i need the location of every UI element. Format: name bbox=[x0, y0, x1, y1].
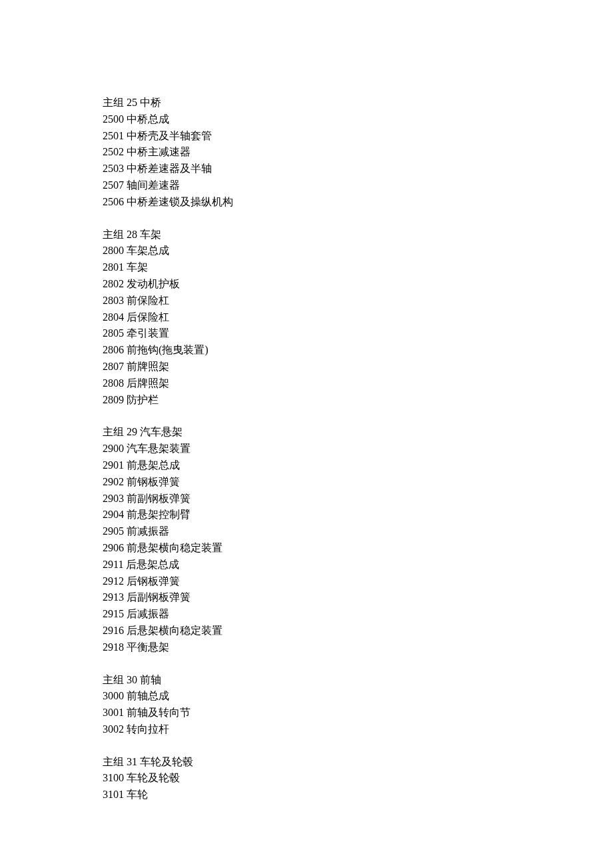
list-item: 2918 平衡悬架 bbox=[103, 639, 613, 656]
list-item: 2911 后悬架总成 bbox=[103, 557, 613, 573]
list-item: 2902 前钢板弹簧 bbox=[103, 474, 613, 491]
item-code: 2502 bbox=[103, 146, 124, 157]
item-name: 后悬架总成 bbox=[126, 559, 179, 570]
item-name: 前牌照架 bbox=[127, 361, 169, 372]
item-name: 前钢板弹簧 bbox=[127, 476, 180, 487]
list-item: 2906 前悬架横向稳定装置 bbox=[103, 540, 613, 557]
item-name: 车轮 bbox=[127, 789, 148, 800]
item-code: 3002 bbox=[103, 723, 124, 735]
content-area: 主组 25 中桥2500 中桥总成2501 中桥壳及半轴套管2502 中桥主减速… bbox=[103, 95, 613, 803]
item-code: 2803 bbox=[103, 295, 124, 306]
group-header: 主组 30 前轴 bbox=[103, 672, 613, 689]
item-code: 2507 bbox=[103, 179, 124, 191]
item-code: 2806 bbox=[103, 344, 124, 355]
group-header-prefix: 主组 bbox=[103, 426, 127, 437]
list-item: 2805 牵引装置 bbox=[103, 325, 613, 342]
list-item: 2500 中桥总成 bbox=[103, 111, 613, 128]
item-name: 转向拉杆 bbox=[127, 723, 169, 735]
item-code: 2805 bbox=[103, 327, 124, 339]
item-name: 后减振器 bbox=[127, 608, 169, 619]
group-header-number: 25 bbox=[127, 97, 137, 108]
group-section: 主组 25 中桥2500 中桥总成2501 中桥壳及半轴套管2502 中桥主减速… bbox=[103, 95, 613, 211]
item-code: 2800 bbox=[103, 245, 124, 256]
list-item: 2904 前悬架控制臂 bbox=[103, 507, 613, 523]
item-code: 3101 bbox=[103, 789, 124, 800]
group-header: 主组 25 中桥 bbox=[103, 95, 613, 111]
item-code: 2903 bbox=[103, 493, 124, 504]
item-code: 2913 bbox=[103, 591, 124, 603]
item-code: 2804 bbox=[103, 311, 124, 323]
item-name: 前悬架横向稳定装置 bbox=[127, 542, 223, 553]
item-name: 车架总成 bbox=[127, 245, 169, 256]
group-section: 主组 31 车轮及轮毂3100 车轮及轮毂3101 车轮 bbox=[103, 754, 613, 803]
item-code: 2918 bbox=[103, 641, 124, 653]
list-item: 2807 前牌照架 bbox=[103, 359, 613, 375]
document-page: 主组 25 中桥2500 中桥总成2501 中桥壳及半轴套管2502 中桥主减速… bbox=[0, 0, 613, 868]
group-header-prefix: 主组 bbox=[103, 97, 127, 108]
item-name: 牵引装置 bbox=[127, 327, 169, 339]
list-item: 2800 车架总成 bbox=[103, 243, 613, 259]
group-header-number: 30 bbox=[127, 674, 137, 685]
list-item: 2806 前拖钩(拖曳装置) bbox=[103, 342, 613, 359]
item-code: 2912 bbox=[103, 575, 124, 587]
item-code: 2916 bbox=[103, 625, 124, 636]
item-name: 前悬架控制臂 bbox=[127, 509, 191, 520]
item-name: 防护栏 bbox=[127, 394, 159, 405]
item-name: 车轮及轮毂 bbox=[127, 772, 180, 783]
list-item: 2801 车架 bbox=[103, 259, 613, 276]
item-name: 后悬架横向稳定装置 bbox=[127, 625, 223, 636]
list-item: 2802 发动机护板 bbox=[103, 276, 613, 293]
item-code: 3100 bbox=[103, 772, 124, 783]
item-name: 中桥壳及半轴套管 bbox=[127, 130, 212, 141]
item-name: 轴间差速器 bbox=[127, 179, 180, 191]
item-name: 前减振器 bbox=[127, 525, 169, 537]
item-name: 前副钢板弹簧 bbox=[127, 493, 191, 504]
item-name: 中桥差速锁及操纵机构 bbox=[127, 196, 233, 207]
item-code: 2905 bbox=[103, 525, 124, 537]
list-item: 2916 后悬架横向稳定装置 bbox=[103, 623, 613, 639]
group-header: 主组 31 车轮及轮毂 bbox=[103, 754, 613, 771]
group-section: 主组 30 前轴3000 前轴总成3001 前轴及转向节3002 转向拉杆 bbox=[103, 672, 613, 738]
list-item: 3000 前轴总成 bbox=[103, 688, 613, 705]
group-header-name: 前轴 bbox=[137, 674, 161, 685]
list-item: 2501 中桥壳及半轴套管 bbox=[103, 128, 613, 145]
item-code: 3000 bbox=[103, 690, 124, 701]
group-header-prefix: 主组 bbox=[103, 674, 127, 685]
list-item: 3101 车轮 bbox=[103, 787, 613, 803]
item-name: 前轴总成 bbox=[127, 690, 169, 701]
list-item: 2905 前减振器 bbox=[103, 523, 613, 540]
list-item: 2903 前副钢板弹簧 bbox=[103, 491, 613, 507]
list-item: 2809 防护栏 bbox=[103, 392, 613, 409]
item-name: 发动机护板 bbox=[127, 278, 180, 289]
item-code: 2901 bbox=[103, 459, 124, 471]
item-name: 中桥差速器及半轴 bbox=[127, 163, 212, 174]
item-code: 2808 bbox=[103, 377, 124, 389]
item-name: 后牌照架 bbox=[127, 377, 169, 389]
item-code: 2503 bbox=[103, 163, 124, 174]
item-code: 2802 bbox=[103, 278, 124, 289]
item-code: 2902 bbox=[103, 476, 124, 487]
item-code: 2801 bbox=[103, 261, 124, 273]
group-header-name: 车轮及轮毂 bbox=[137, 756, 193, 767]
item-name: 中桥主减速器 bbox=[127, 146, 191, 157]
group-header-name: 汽车悬架 bbox=[137, 426, 183, 437]
list-item: 2915 后减振器 bbox=[103, 606, 613, 623]
list-item: 2913 后副钢板弹簧 bbox=[103, 589, 613, 606]
list-item: 2507 轴间差速器 bbox=[103, 177, 613, 194]
list-item: 3100 车轮及轮毂 bbox=[103, 770, 613, 787]
item-name: 汽车悬架装置 bbox=[127, 443, 191, 454]
group-header-name: 车架 bbox=[137, 229, 161, 240]
item-name: 前悬架总成 bbox=[127, 459, 180, 471]
group-header-prefix: 主组 bbox=[103, 229, 127, 240]
group-section: 主组 29 汽车悬架2900 汽车悬架装置2901 前悬架总成2902 前钢板弹… bbox=[103, 424, 613, 655]
list-item: 2502 中桥主减速器 bbox=[103, 144, 613, 161]
list-item: 2804 后保险杠 bbox=[103, 309, 613, 326]
list-item: 3002 转向拉杆 bbox=[103, 721, 613, 738]
item-name: 中桥总成 bbox=[127, 113, 169, 125]
list-item: 2912 后钢板弹簧 bbox=[103, 573, 613, 590]
list-item: 2901 前悬架总成 bbox=[103, 457, 613, 474]
group-header: 主组 28 车架 bbox=[103, 227, 613, 243]
list-item: 2808 后牌照架 bbox=[103, 375, 613, 392]
group-header: 主组 29 汽车悬架 bbox=[103, 424, 613, 441]
group-header-name: 中桥 bbox=[137, 97, 161, 108]
